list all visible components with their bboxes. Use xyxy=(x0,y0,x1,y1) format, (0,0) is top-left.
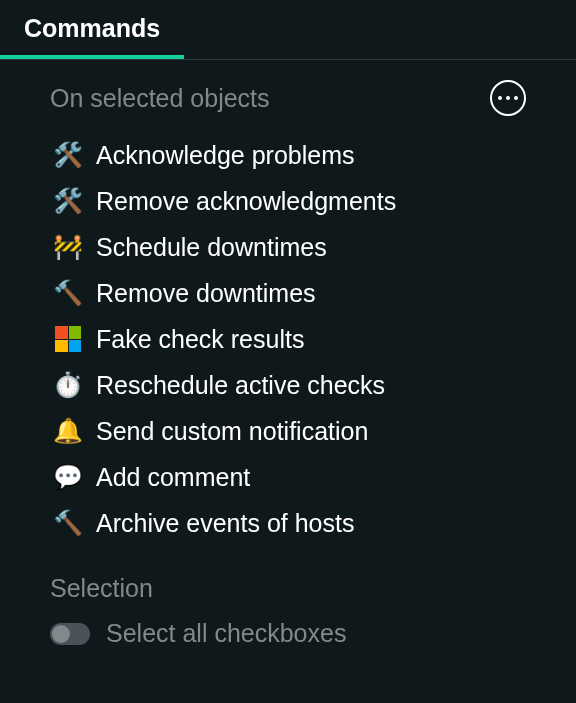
command-remove-acknowledgments[interactable]: 🛠️ Remove acknowledgments xyxy=(50,178,526,224)
command-label: Reschedule active checks xyxy=(96,371,385,400)
section-header: On selected objects xyxy=(50,80,526,116)
command-fake-check-results[interactable]: Fake check results xyxy=(50,316,526,362)
command-label: Schedule downtimes xyxy=(96,233,327,262)
section-title-on-selected: On selected objects xyxy=(50,84,270,113)
tools-icon: 🛠️ xyxy=(50,185,86,217)
command-reschedule-active-checks[interactable]: ⏱️ Reschedule active checks xyxy=(50,362,526,408)
command-label: Fake check results xyxy=(96,325,304,354)
section-title-selection: Selection xyxy=(50,574,526,603)
more-icon xyxy=(498,96,502,100)
bell-icon: 🔔 xyxy=(50,415,86,447)
windows-icon xyxy=(50,323,86,355)
command-label: Remove acknowledgments xyxy=(96,187,396,216)
comment-icon: 💬 xyxy=(50,461,86,493)
tools-icon: 🛠️ xyxy=(50,139,86,171)
command-label: Acknowledge problems xyxy=(96,141,354,170)
toggle-knob-icon xyxy=(52,625,70,643)
select-all-toggle[interactable] xyxy=(50,623,90,645)
command-archive-events[interactable]: 🔨 Archive events of hosts xyxy=(50,500,526,546)
tab-commands[interactable]: Commands xyxy=(0,0,184,59)
toggle-row: Select all checkboxes xyxy=(50,619,526,648)
command-remove-downtimes[interactable]: 🔨 Remove downtimes xyxy=(50,270,526,316)
cone-icon: 🚧 xyxy=(50,231,86,263)
command-list: 🛠️ Acknowledge problems 🛠️ Remove acknow… xyxy=(50,132,526,546)
command-label: Add comment xyxy=(96,463,250,492)
more-icon xyxy=(514,96,518,100)
more-icon xyxy=(506,96,510,100)
command-acknowledge-problems[interactable]: 🛠️ Acknowledge problems xyxy=(50,132,526,178)
commands-panel: On selected objects 🛠️ Acknowledge probl… xyxy=(0,60,576,678)
stopwatch-icon: ⏱️ xyxy=(50,369,86,401)
more-options-button[interactable] xyxy=(490,80,526,116)
select-all-label: Select all checkboxes xyxy=(106,619,346,648)
tab-header: Commands xyxy=(0,0,576,60)
command-label: Archive events of hosts xyxy=(96,509,354,538)
command-label: Remove downtimes xyxy=(96,279,316,308)
command-send-custom-notification[interactable]: 🔔 Send custom notification xyxy=(50,408,526,454)
command-schedule-downtimes[interactable]: 🚧 Schedule downtimes xyxy=(50,224,526,270)
hammer-icon: 🔨 xyxy=(50,507,86,539)
command-add-comment[interactable]: 💬 Add comment xyxy=(50,454,526,500)
hammer-icon: 🔨 xyxy=(50,277,86,309)
command-label: Send custom notification xyxy=(96,417,368,446)
